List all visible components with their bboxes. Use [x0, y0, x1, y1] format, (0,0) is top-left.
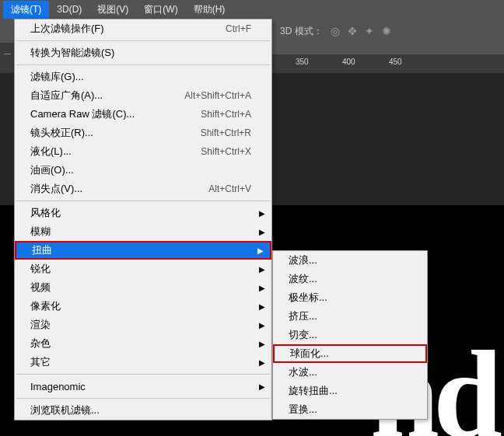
menubar-item-view[interactable]: 视图(V)	[89, 1, 136, 19]
menu-item-oil-paint[interactable]: 油画(O)...	[15, 161, 271, 180]
submenu-item-pinch[interactable]: 挤压...	[273, 307, 427, 326]
chevron-right-icon: ▶	[257, 246, 264, 255]
camera-icon[interactable]: ✺	[382, 25, 391, 37]
menu-item-adaptive-wide[interactable]: 自适应广角(A)...Alt+Shift+Ctrl+A	[15, 86, 271, 105]
chevron-right-icon: ▶	[259, 228, 265, 236]
ruler-mark: 400	[342, 58, 355, 66]
menu-item-browse-online[interactable]: 浏览联机滤镜...	[15, 401, 271, 420]
menu-separator	[16, 374, 270, 375]
menu-item-lens-correction[interactable]: 镜头校正(R)...Shift+Ctrl+R	[15, 124, 271, 142]
ruler-mark: 450	[389, 58, 402, 66]
submenu-item-displace[interactable]: 置换...	[273, 400, 427, 419]
submenu-item-shear[interactable]: 切变...	[273, 326, 427, 344]
submenu-item-zigzag[interactable]: 水波...	[273, 363, 427, 382]
menu-separator	[16, 201, 270, 201]
menu-item-filter-gallery[interactable]: 滤镜库(G)...	[15, 68, 271, 86]
ruler-mark: 350	[296, 58, 309, 66]
menu-item-blur[interactable]: 模糊▶	[15, 222, 271, 241]
chevron-right-icon: ▶	[259, 209, 265, 218]
menu-item-vanishing-point[interactable]: 消失点(V)...Alt+Ctrl+V	[15, 180, 271, 198]
mode-label: 3D 模式：	[280, 25, 323, 38]
submenu-item-spherize[interactable]: 球面化...	[273, 344, 427, 363]
menu-item-convert-smart[interactable]: 转换为智能滤镜(S)	[15, 44, 271, 62]
menu-separator	[16, 40, 270, 41]
menu-item-render[interactable]: 渲染▶	[15, 316, 271, 334]
chevron-right-icon: ▶	[259, 340, 265, 348]
menubar-item-help[interactable]: 帮助(H)	[186, 1, 233, 19]
move-icon[interactable]: ✦	[365, 25, 374, 37]
menu-item-stylize[interactable]: 风格化▶	[15, 204, 271, 222]
menu-item-noise[interactable]: 杂色▶	[15, 334, 271, 353]
menu-item-other[interactable]: 其它▶	[15, 353, 271, 371]
chevron-right-icon: ▶	[259, 302, 265, 311]
menu-item-sharpen[interactable]: 锐化▶	[15, 260, 271, 278]
menu-item-pixelate[interactable]: 像素化▶	[15, 297, 271, 316]
menu-item-video[interactable]: 视频▶	[15, 278, 271, 297]
menu-item-last-filter[interactable]: 上次滤镜操作(F) Ctrl+F	[15, 19, 271, 38]
chevron-right-icon: ▶	[259, 358, 265, 367]
submenu-item-polar[interactable]: 极坐标...	[273, 288, 427, 307]
menubar: 滤镜(T) 3D(D) 视图(V) 窗口(W) 帮助(H)	[0, 0, 504, 19]
submenu-item-twirl[interactable]: 旋转扭曲...	[273, 382, 427, 400]
pan-icon[interactable]: ✥	[348, 25, 357, 37]
menu-item-imagenomic[interactable]: Imagenomic▶	[15, 377, 271, 396]
chevron-right-icon: ▶	[259, 265, 265, 274]
orbit-icon[interactable]: ◎	[331, 25, 340, 37]
chevron-right-icon: ▶	[259, 284, 265, 292]
chevron-right-icon: ▶	[259, 382, 265, 391]
submenu-item-ripple[interactable]: 波纹...	[273, 270, 427, 288]
chevron-right-icon: ▶	[259, 321, 265, 330]
menu-separator	[16, 398, 270, 399]
menu-separator	[16, 65, 270, 65]
menu-item-liquify[interactable]: 液化(L)...Shift+Ctrl+X	[15, 142, 271, 161]
menubar-item-filter[interactable]: 滤镜(T)	[3, 1, 49, 19]
distort-submenu: 波浪... 波纹... 极坐标... 挤压... 切变... 球面化... 水波…	[272, 250, 428, 420]
menu-item-distort[interactable]: 扭曲▶	[15, 241, 271, 260]
menubar-item-3d[interactable]: 3D(D)	[49, 2, 89, 17]
menubar-item-window[interactable]: 窗口(W)	[136, 1, 185, 19]
filter-menu: 上次滤镜操作(F) Ctrl+F 转换为智能滤镜(S) 滤镜库(G)... 自适…	[14, 19, 272, 420]
submenu-item-wave[interactable]: 波浪...	[273, 251, 427, 270]
menu-item-camera-raw[interactable]: Camera Raw 滤镜(C)...Shift+Ctrl+A	[15, 105, 271, 124]
